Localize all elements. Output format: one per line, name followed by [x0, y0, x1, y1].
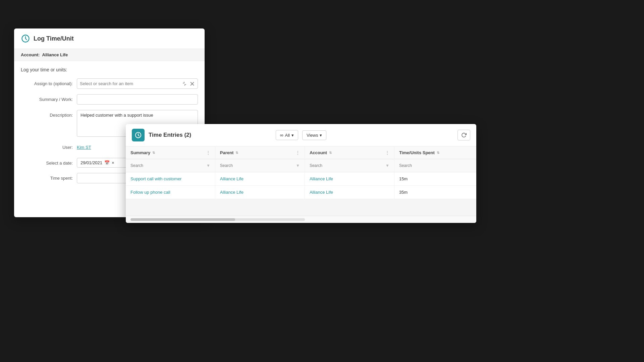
row2-account-link[interactable]: Alliance Life	[310, 190, 333, 195]
date-clear-btn[interactable]: ×	[112, 160, 114, 165]
table-row: Support call with customer Alliance Life…	[126, 172, 476, 186]
search-input-parent[interactable]	[220, 163, 294, 168]
empty-table-row	[126, 199, 476, 216]
scrollbar-thumb	[130, 218, 235, 221]
select-date-label: Select a date:	[21, 158, 73, 166]
sort-account-icon[interactable]: ⇅	[329, 151, 332, 155]
time-spent-input[interactable]: 15m	[77, 173, 130, 183]
all-filter-button[interactable]: ∞ All ▾	[276, 130, 298, 140]
row1-account: Alliance Life	[305, 172, 394, 186]
summary-work-input[interactable]: Support call with customer	[77, 94, 198, 105]
time-entries-table: Summary ⇅ ⋮ Parent ⇅ ⋮ Account ⇅	[126, 146, 476, 216]
table-search-row: ▼ ▼ ▼	[126, 159, 476, 172]
row1-parent-link[interactable]: Alliance Life	[220, 176, 244, 181]
filter-icon-account[interactable]: ▼	[385, 163, 389, 168]
row1-account-link[interactable]: Alliance Life	[310, 176, 333, 181]
description-label: Description:	[21, 110, 73, 118]
summary-work-label: Summary / Work:	[21, 94, 73, 102]
row2-summary: Follow up phone call	[126, 186, 215, 199]
expand-icon-btn[interactable]	[181, 81, 187, 87]
views-button[interactable]: Views ▾	[302, 130, 326, 140]
search-cell-time	[394, 159, 476, 172]
user-label: User:	[21, 142, 73, 150]
assign-to-input-wrapper[interactable]	[77, 78, 198, 89]
modal-title: Log Time/Unit	[34, 35, 74, 42]
refresh-button[interactable]	[458, 130, 470, 140]
row2-parent: Alliance Life	[215, 186, 305, 199]
account-label: Account:	[21, 52, 40, 57]
col-header-account: Account ⇅ ⋮	[305, 146, 394, 159]
account-name: Alliance Life	[42, 52, 68, 57]
date-value: 29/01/2021	[80, 160, 102, 165]
assign-icons	[181, 81, 195, 87]
user-link[interactable]: Kim ST	[77, 142, 91, 153]
row2-account: Alliance Life	[305, 186, 394, 199]
log-intro-text: Log your time or units:	[21, 67, 198, 72]
modal-header: Log Time/Unit	[14, 28, 205, 49]
col-header-parent: Parent ⇅ ⋮	[215, 146, 305, 159]
search-cell-summary: ▼	[126, 159, 215, 172]
row2-parent-link[interactable]: Alliance Life	[220, 190, 244, 195]
row2-summary-link[interactable]: Follow up phone call	[130, 190, 170, 195]
date-wrapper[interactable]: 29/01/2021 📅 ×	[77, 158, 130, 168]
row1-time: 15m	[394, 172, 476, 186]
table-row: Follow up phone call Alliance Life Allia…	[126, 186, 476, 199]
panel-icon	[132, 129, 145, 141]
table-body: Support call with customer Alliance Life…	[126, 172, 476, 216]
assign-to-label: Assign to (optional):	[21, 78, 73, 86]
col-header-time-units: Time/Units Spent ⇅	[394, 146, 476, 159]
views-chevron: ▾	[320, 133, 322, 138]
views-label: Views	[307, 133, 318, 138]
all-filter-label: All	[285, 133, 290, 138]
row1-summary-link[interactable]: Support call with customer	[130, 176, 181, 181]
col-menu-parent[interactable]: ⋮	[296, 150, 300, 155]
sort-parent-icon[interactable]: ⇅	[235, 151, 238, 155]
row1-parent: Alliance Life	[215, 172, 305, 186]
assign-to-row: Assign to (optional):	[21, 78, 198, 89]
search-input-summary[interactable]	[130, 163, 205, 168]
time-spent-label: Time spent:	[21, 173, 73, 181]
sort-summary-icon[interactable]: ⇅	[152, 151, 155, 155]
scrollbar-area	[126, 216, 476, 223]
filter-icon-parent[interactable]: ▼	[296, 163, 300, 168]
row1-summary: Support call with customer	[126, 172, 215, 186]
col-header-summary: Summary ⇅ ⋮	[126, 146, 215, 159]
empty-cell	[126, 199, 476, 216]
col-menu-summary[interactable]: ⋮	[206, 150, 210, 155]
assign-to-input[interactable]	[80, 79, 181, 88]
table-header-row: Summary ⇅ ⋮ Parent ⇅ ⋮ Account ⇅	[126, 146, 476, 159]
time-entries-panel: Time Entries (2) ∞ All ▾ Views ▾ Summary	[126, 124, 476, 223]
clock-icon	[21, 34, 30, 43]
search-input-time[interactable]	[399, 163, 472, 168]
filter-icon-summary[interactable]: ▼	[206, 163, 210, 168]
panel-title: Time Entries (2)	[149, 132, 272, 138]
all-filter-chevron: ▾	[291, 133, 294, 138]
search-cell-parent: ▼	[215, 159, 305, 172]
calendar-icon[interactable]: 📅	[104, 160, 110, 165]
row2-time: 35m	[394, 186, 476, 199]
sort-time-icon[interactable]: ⇅	[437, 151, 439, 155]
search-cell-account: ▼	[305, 159, 394, 172]
panel-header: Time Entries (2) ∞ All ▾ Views ▾	[126, 124, 476, 146]
search-input-account[interactable]	[310, 163, 384, 168]
clear-assign-btn[interactable]	[190, 81, 195, 86]
horizontal-scrollbar[interactable]	[130, 218, 305, 221]
col-menu-account[interactable]: ⋮	[385, 150, 389, 155]
modal-account-bar: Account: Alliance Life	[14, 49, 205, 61]
summary-work-row: Summary / Work: Support call with custom…	[21, 94, 198, 105]
infinity-icon: ∞	[280, 132, 283, 138]
